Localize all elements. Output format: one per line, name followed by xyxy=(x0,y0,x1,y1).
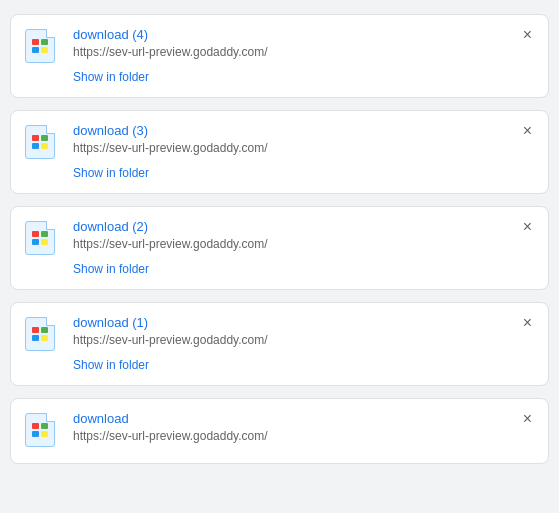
download-item: download https://sev-url-preview.godaddy… xyxy=(10,398,549,464)
item-content: download https://sev-url-preview.godaddy… xyxy=(73,411,534,451)
item-content: download (2) https://sev-url-preview.god… xyxy=(73,219,534,277)
close-button[interactable]: × xyxy=(519,121,536,141)
close-button[interactable]: × xyxy=(519,25,536,45)
item-filename[interactable]: download (3) xyxy=(73,123,534,138)
download-item: download (1) https://sev-url-preview.god… xyxy=(10,302,549,386)
item-content: download (3) https://sev-url-preview.god… xyxy=(73,123,534,181)
close-button[interactable]: × xyxy=(519,217,536,237)
show-in-folder-link[interactable]: Show in folder xyxy=(73,358,149,372)
show-in-folder-link[interactable]: Show in folder xyxy=(73,70,149,84)
item-filename[interactable]: download xyxy=(73,411,534,426)
windows-logo-icon xyxy=(32,135,48,149)
item-content: download (1) https://sev-url-preview.god… xyxy=(73,315,534,373)
close-button[interactable]: × xyxy=(519,313,536,333)
file-icon xyxy=(25,221,61,257)
windows-logo-icon xyxy=(32,423,48,437)
item-filename[interactable]: download (1) xyxy=(73,315,534,330)
file-icon xyxy=(25,317,61,353)
item-filename[interactable]: download (4) xyxy=(73,27,534,42)
item-url: https://sev-url-preview.godaddy.com/ xyxy=(73,45,534,59)
item-content: download (4) https://sev-url-preview.god… xyxy=(73,27,534,85)
download-item: download (3) https://sev-url-preview.god… xyxy=(10,110,549,194)
item-url: https://sev-url-preview.godaddy.com/ xyxy=(73,141,534,155)
item-url: https://sev-url-preview.godaddy.com/ xyxy=(73,237,534,251)
download-list: download (4) https://sev-url-preview.god… xyxy=(0,0,559,478)
item-url: https://sev-url-preview.godaddy.com/ xyxy=(73,429,534,443)
file-icon xyxy=(25,413,61,449)
windows-logo-icon xyxy=(32,39,48,53)
download-item: download (2) https://sev-url-preview.god… xyxy=(10,206,549,290)
windows-logo-icon xyxy=(32,231,48,245)
show-in-folder-link[interactable]: Show in folder xyxy=(73,166,149,180)
download-item: download (4) https://sev-url-preview.god… xyxy=(10,14,549,98)
show-in-folder-link[interactable]: Show in folder xyxy=(73,262,149,276)
close-button[interactable]: × xyxy=(519,409,536,429)
item-url: https://sev-url-preview.godaddy.com/ xyxy=(73,333,534,347)
item-filename[interactable]: download (2) xyxy=(73,219,534,234)
file-icon xyxy=(25,125,61,161)
windows-logo-icon xyxy=(32,327,48,341)
file-icon xyxy=(25,29,61,65)
